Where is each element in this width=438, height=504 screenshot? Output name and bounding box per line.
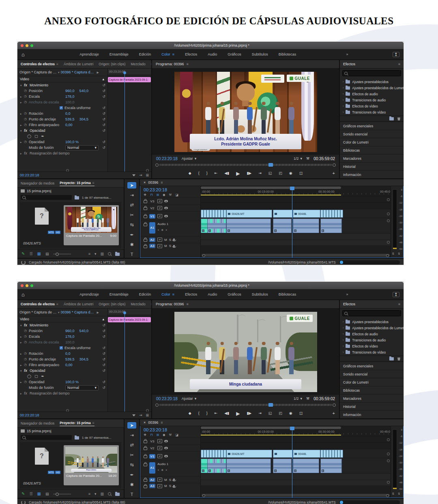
work-area-bar[interactable] [201,195,341,195]
twirl-closed-icon[interactable]: › [343,339,344,341]
stopwatch-icon[interactable]: ◷ [24,358,29,361]
solo-button[interactable]: S [169,238,171,242]
audio-clip[interactable]: fx [320,459,342,473]
workspace-tab[interactable]: Audio [208,292,217,296]
tab-project[interactable]: Proyecto: 15 prima≡ [60,421,94,426]
program-scrubber[interactable] [157,162,334,168]
twirl-closed-icon[interactable]: › [343,345,344,347]
twirl-closed-icon[interactable]: ▸ [20,381,24,384]
twirl-closed-icon[interactable]: › [343,326,344,329]
mark-out-icon[interactable]: } [206,172,208,175]
posicion-x-value[interactable]: 960,0 [65,329,75,333]
mute-button[interactable]: M [164,238,167,242]
zoom-slider[interactable] [53,494,71,494]
slip-tool[interactable]: ⇆ [127,462,136,468]
video-section-header[interactable]: Video ▴ [17,76,107,82]
twirl-closed-icon[interactable]: › [343,86,344,89]
timeline-playhead[interactable] [292,189,292,257]
tab-ambitos-lumetri[interactable]: Ámbitos de Lumetri [64,62,93,66]
close-traffic-light[interactable] [21,44,24,47]
escala-value[interactable]: 178,0 [65,94,75,99]
track-select-tool[interactable]: ⇥ [127,432,136,438]
play-icon[interactable]: ▶ [236,411,240,416]
twirl-closed-icon[interactable]: ▸ [20,335,24,338]
workspace-tab[interactable]: Efectos [185,292,197,296]
folder-icon[interactable] [75,436,79,440]
mic-icon[interactable] [173,238,175,241]
twirl-open-icon[interactable]: ▾ [20,84,24,87]
filter-icon[interactable] [132,414,135,416]
audio-clip[interactable]: fx [273,459,292,473]
stopwatch-icon[interactable]: ◷ [24,89,29,92]
effect-movimiento[interactable]: ▾ fx Movimiento ↺ [17,82,107,88]
go-out-icon[interactable]: ⇥ [139,174,142,177]
stopwatch-icon[interactable]: ◷ [24,335,29,338]
icon-view-icon[interactable]: ▦ [37,492,41,496]
pen-tool[interactable]: ✒ [127,472,136,478]
lock-icon[interactable] [144,485,147,488]
stacked-panel-tab[interactable]: Sonido esencial [340,370,404,378]
scrubber-playhead[interactable] [268,163,273,167]
solo-button[interactable]: S [169,244,171,248]
timeline-timecode[interactable]: 00:23:20:18 [140,186,200,192]
project-search[interactable] [21,435,72,440]
sync-lock-icon[interactable]: ⇄ [157,214,162,218]
rotacion-value[interactable]: 0,0 [65,352,71,356]
twirl-closed-icon[interactable]: › [343,105,344,107]
effects-tree-item[interactable]: › Ajustes preestablecidos [340,79,404,85]
ec-timecode[interactable]: 00:23:20:18 [20,413,39,417]
delete-icon[interactable] [397,117,400,120]
stopwatch-icon[interactable]: ◷ [24,118,29,121]
panel-menu-icon[interactable]: ≡ [398,302,400,306]
hand-tool[interactable]: ✱ [127,241,136,248]
workspace-tab[interactable]: Edición [139,292,151,296]
stopwatch-icon[interactable]: ◷ [24,380,29,384]
ripple-edit-tool[interactable]: ⇄ [127,442,136,448]
tabs-overflow-icon[interactable]: » [151,302,151,306]
workspace-tab[interactable]: Gráficos [228,52,241,56]
sequence-tab[interactable]: × 00396 ≡ [140,179,404,186]
mini-playhead[interactable] [125,74,125,172]
minimize-traffic-light[interactable] [26,284,28,287]
marker-icon[interactable]: ◆ [163,433,165,437]
track-dot[interactable] [387,438,390,441]
stopwatch-icon[interactable]: ◷ [24,112,29,115]
reset-icon[interactable]: ↺ [102,84,105,87]
effects-search-input[interactable] [349,71,399,76]
tab-origen[interactable]: Origen: (sin clips) [99,62,125,66]
timeline-settings-icon[interactable]: ⚒ [169,193,172,197]
effects-tree-item[interactable]: › Efectos de vídeo [340,103,404,109]
selection-tool[interactable]: ➤ [127,422,136,429]
track-visibility-icon[interactable] [164,440,168,442]
anclaje-x-value[interactable]: 539,5 [65,117,75,121]
reset-icon[interactable]: ↺ [102,106,105,110]
lock-icon[interactable] [144,223,147,226]
chevron-down-icon[interactable]: ▾ [58,311,60,314]
blend-mode-dropdown[interactable]: Normal ▾ [65,145,99,150]
track-v3[interactable] [201,196,391,203]
tab-mezclado[interactable]: Mezclado [131,302,145,306]
list-view-icon[interactable]: ☰ [29,252,32,256]
mini-timeline-clip[interactable]: Captura de Pantalla 2023-09-1: [108,317,151,322]
audio-clip[interactable]: fx [226,459,271,473]
reset-icon[interactable]: ↺ [102,324,105,327]
marker-icon[interactable]: ◆ [163,193,165,197]
captions-icon[interactable]: ◪ [175,433,178,437]
export-frame-icon[interactable]: ◉ [289,172,292,175]
anclaje-y-value[interactable]: 304,5 [79,357,89,361]
close-icon[interactable]: × [144,421,146,425]
delete-icon[interactable] [397,357,400,360]
timeline-timecode[interactable]: 00:23:20:18 [140,426,200,432]
reset-icon[interactable]: ↺ [102,146,105,150]
stacked-panel-tab[interactable]: Marcadores [340,394,404,402]
timeline-settings-icon[interactable]: ⚒ [169,433,172,437]
mini-timeline-ruler[interactable]: 00:23:20:00 [108,69,151,75]
twirl-closed-icon[interactable]: ▸ [20,95,24,98]
reset-icon[interactable]: ↺ [102,352,105,356]
anclaje-y-value[interactable]: 304,5 [79,117,89,121]
mute-button[interactable]: M [164,478,167,482]
zoom-traffic-light[interactable] [30,44,33,47]
sync-lock-icon[interactable]: ⇄ [157,244,162,248]
posicion-x-value[interactable]: 960,0 [65,89,75,93]
timeline-horizontal-scrollbar[interactable] [202,494,390,497]
